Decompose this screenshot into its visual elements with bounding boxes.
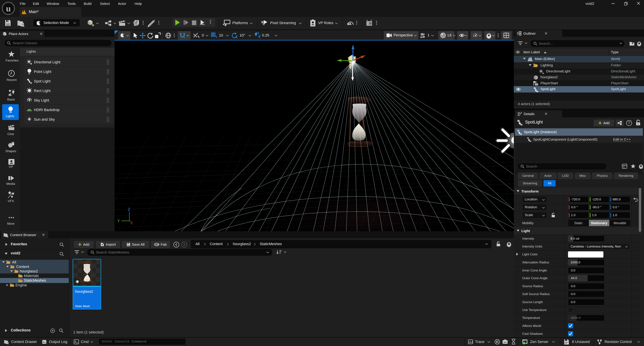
- svg-text:Y: Y: [117, 219, 120, 223]
- svg-text:X: X: [130, 221, 133, 225]
- svg-text:u: u: [6, 4, 11, 13]
- svg-text:?: ?: [628, 121, 630, 125]
- svg-text:FAB: FAB: [155, 243, 159, 246]
- svg-text:Z: Z: [128, 207, 130, 212]
